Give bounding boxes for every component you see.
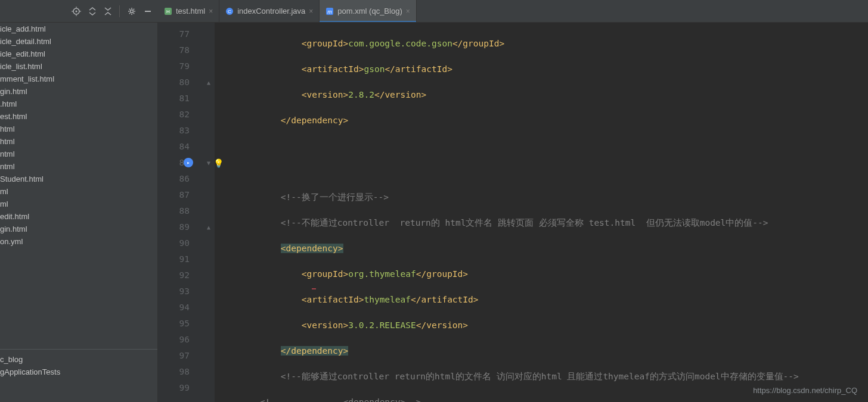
tab-pom-xml[interactable]: m pom.xml (qc_Blog) × — [320, 0, 416, 22]
line-gutter: 77 78 79 80 81 82 83 84 85▸ 86 87 88 89 … — [158, 23, 203, 402]
line-number: 93 — [158, 283, 203, 300]
tab-label: test.html — [176, 7, 205, 15]
file-item[interactable]: ntml — [0, 160, 157, 173]
file-item[interactable]: icle_add.html — [0, 23, 157, 35]
file-item[interactable]: gApplicationTests — [0, 366, 157, 378]
html-icon: H — [164, 7, 172, 15]
java-icon: C — [225, 7, 234, 15]
file-item[interactable]: Student.html — [0, 173, 157, 185]
file-item[interactable]: c_blog — [0, 353, 157, 366]
main-area: icle_add.html icle_detail.html icle_edit… — [0, 23, 868, 402]
file-item[interactable]: edit.html — [0, 210, 157, 223]
error-stripe — [312, 288, 316, 289]
project-sidebar: icle_add.html icle_detail.html icle_edit… — [0, 23, 158, 402]
svg-text:m: m — [328, 9, 333, 15]
line-number: 86 — [158, 171, 203, 187]
line-number: 89 — [158, 219, 203, 235]
line-number: 92 — [158, 267, 203, 283]
fold-handle[interactable]: ▼💡 — [203, 155, 215, 171]
run-icon[interactable]: ▸ — [184, 158, 193, 167]
svg-rect-7 — [145, 11, 151, 12]
fold-column: ▲ ▼💡 ▲ — [203, 23, 215, 402]
line-number: 96 — [158, 332, 203, 348]
svg-point-6 — [131, 10, 134, 13]
line-number: 83 — [158, 123, 203, 139]
expand-all-icon[interactable] — [88, 7, 97, 15]
line-number: 98 — [158, 364, 203, 380]
file-item[interactable]: html — [0, 135, 157, 148]
line-number: 95 — [158, 316, 203, 332]
close-icon[interactable]: × — [406, 7, 410, 15]
file-item[interactable]: icle_detail.html — [0, 35, 157, 48]
line-number: 80 — [158, 74, 203, 91]
file-item[interactable]: gin.html — [0, 223, 157, 235]
structure-list: c_blog gApplicationTests — [0, 349, 157, 402]
file-item[interactable]: html — [0, 123, 157, 135]
line-number: 94 — [158, 300, 203, 316]
close-icon[interactable]: × — [209, 7, 213, 15]
line-number: 97 — [158, 348, 203, 364]
tab-label: indexController.java — [237, 7, 305, 15]
lightbulb-icon[interactable]: 💡 — [213, 158, 224, 168]
target-icon[interactable] — [72, 7, 81, 16]
editor-tabs: H test.html × C indexController.java × m… — [158, 0, 868, 22]
svg-text:H: H — [166, 9, 170, 14]
fold-handle[interactable]: ▲ — [203, 219, 215, 235]
line-number: 91 — [158, 251, 203, 267]
watermark: https://blog.csdn.net/chirp_CQ — [753, 386, 857, 395]
code-editor[interactable]: 77 78 79 80 81 82 83 84 85▸ 86 87 88 89 … — [158, 23, 868, 402]
file-item[interactable]: .html — [0, 98, 157, 110]
line-number: 79 — [158, 58, 203, 74]
line-number: 87 — [158, 187, 203, 203]
line-number: 82 — [158, 107, 203, 123]
file-item[interactable]: est.html — [0, 110, 157, 123]
svg-point-1 — [76, 10, 78, 12]
line-number: 99 — [158, 380, 203, 396]
file-item[interactable]: gin.html — [0, 85, 157, 98]
line-number: 90 — [158, 235, 203, 251]
toolbar-separator — [119, 5, 120, 17]
file-item[interactable]: on.yml — [0, 235, 157, 248]
close-icon[interactable]: × — [309, 7, 313, 15]
file-item[interactable]: ntml — [0, 148, 157, 160]
file-item[interactable]: icle_edit.html — [0, 48, 157, 60]
top-toolbar: H test.html × C indexController.java × m… — [0, 0, 868, 23]
maven-icon: m — [326, 7, 334, 15]
line-number: 78 — [158, 42, 203, 58]
line-number: 85▸ — [158, 155, 203, 171]
tab-test-html[interactable]: H test.html × — [158, 0, 219, 22]
toolbar-left — [0, 0, 158, 22]
file-item[interactable]: icle_list.html — [0, 60, 157, 73]
file-item[interactable]: ml — [0, 198, 157, 210]
line-number: 77 — [158, 26, 203, 42]
line-number: 84 — [158, 139, 203, 155]
minimize-icon[interactable] — [144, 7, 152, 15]
svg-text:C: C — [228, 9, 231, 14]
fold-handle[interactable]: ▲ — [203, 74, 215, 91]
tab-index-controller[interactable]: C indexController.java × — [219, 0, 320, 22]
file-item[interactable]: ml — [0, 185, 157, 198]
file-item[interactable]: mment_list.html — [0, 73, 157, 85]
collapse-all-icon[interactable] — [104, 7, 112, 15]
code-area[interactable]: <groupId>com.google.code.gson</groupId> … — [215, 23, 868, 402]
line-number: 81 — [158, 91, 203, 107]
file-list: icle_add.html icle_detail.html icle_edit… — [0, 23, 157, 349]
tab-label: pom.xml (qc_Blog) — [337, 7, 402, 15]
line-number: 88 — [158, 203, 203, 219]
gear-icon[interactable] — [127, 7, 137, 16]
